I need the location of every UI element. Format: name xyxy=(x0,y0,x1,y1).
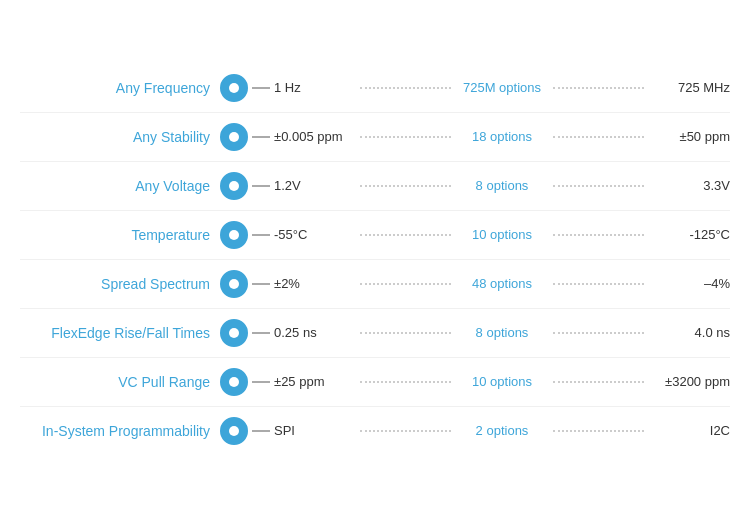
dots-right xyxy=(553,332,644,334)
min-value: SPI xyxy=(274,423,354,438)
row-label: FlexEdge Rise/Fall Times xyxy=(20,325,220,341)
dots-left xyxy=(360,234,451,236)
dots-left xyxy=(360,136,451,138)
options-count: 18 options xyxy=(457,129,547,144)
table-row: Any Voltage 1.2V 8 options 3.3V xyxy=(20,162,730,211)
toggle-button[interactable] xyxy=(220,221,248,249)
dash-separator xyxy=(252,87,270,89)
dots-right xyxy=(553,283,644,285)
dash-separator xyxy=(252,185,270,187)
toggle-button[interactable] xyxy=(220,368,248,396)
dash-separator xyxy=(252,234,270,236)
dots-left xyxy=(360,381,451,383)
dots-right xyxy=(553,185,644,187)
max-value: 3.3V xyxy=(650,178,730,193)
min-value: ±2% xyxy=(274,276,354,291)
options-count: 725M options xyxy=(457,80,547,95)
table-row: Temperature -55°C 10 options -125°C xyxy=(20,211,730,260)
table-row: In-System Programmability SPI 2 options … xyxy=(20,407,730,455)
dots-left xyxy=(360,87,451,89)
dash-separator xyxy=(252,332,270,334)
table-row: FlexEdge Rise/Fall Times 0.25 ns 8 optio… xyxy=(20,309,730,358)
max-value: -125°C xyxy=(650,227,730,242)
options-count: 10 options xyxy=(457,374,547,389)
min-value: ±0.005 ppm xyxy=(274,129,354,144)
dots-right xyxy=(553,87,644,89)
max-value: ±3200 ppm xyxy=(650,374,730,389)
table-row: VC Pull Range ±25 ppm 10 options ±3200 p… xyxy=(20,358,730,407)
dash-separator xyxy=(252,381,270,383)
row-label: Temperature xyxy=(20,227,220,243)
dash-separator xyxy=(252,430,270,432)
dash-separator xyxy=(252,136,270,138)
options-count: 8 options xyxy=(457,178,547,193)
toggle-button[interactable] xyxy=(220,123,248,151)
dots-left xyxy=(360,283,451,285)
main-container: Any Frequency 1 Hz 725M options 725 MHz … xyxy=(0,54,750,465)
dots-left xyxy=(360,185,451,187)
table-row: Spread Spectrum ±2% 48 options –4% xyxy=(20,260,730,309)
min-value: 1 Hz xyxy=(274,80,354,95)
row-label: Spread Spectrum xyxy=(20,276,220,292)
dots-right xyxy=(553,430,644,432)
table-row: Any Stability ±0.005 ppm 18 options ±50 … xyxy=(20,113,730,162)
toggle-button[interactable] xyxy=(220,172,248,200)
toggle-button[interactable] xyxy=(220,74,248,102)
dots-right xyxy=(553,381,644,383)
dots-left xyxy=(360,332,451,334)
row-label: In-System Programmability xyxy=(20,423,220,439)
max-value: ±50 ppm xyxy=(650,129,730,144)
max-value: 4.0 ns xyxy=(650,325,730,340)
toggle-button[interactable] xyxy=(220,270,248,298)
table-row: Any Frequency 1 Hz 725M options 725 MHz xyxy=(20,64,730,113)
options-count: 10 options xyxy=(457,227,547,242)
dash-separator xyxy=(252,283,270,285)
max-value: 725 MHz xyxy=(650,80,730,95)
max-value: –4% xyxy=(650,276,730,291)
min-value: -55°C xyxy=(274,227,354,242)
row-label: VC Pull Range xyxy=(20,374,220,390)
max-value: I2C xyxy=(650,423,730,438)
row-label: Any Frequency xyxy=(20,80,220,96)
options-count: 2 options xyxy=(457,423,547,438)
min-value: 1.2V xyxy=(274,178,354,193)
dots-right xyxy=(553,136,644,138)
min-value: 0.25 ns xyxy=(274,325,354,340)
row-label: Any Voltage xyxy=(20,178,220,194)
options-count: 8 options xyxy=(457,325,547,340)
min-value: ±25 ppm xyxy=(274,374,354,389)
row-label: Any Stability xyxy=(20,129,220,145)
dots-left xyxy=(360,430,451,432)
toggle-button[interactable] xyxy=(220,319,248,347)
dots-right xyxy=(553,234,644,236)
toggle-button[interactable] xyxy=(220,417,248,445)
options-count: 48 options xyxy=(457,276,547,291)
